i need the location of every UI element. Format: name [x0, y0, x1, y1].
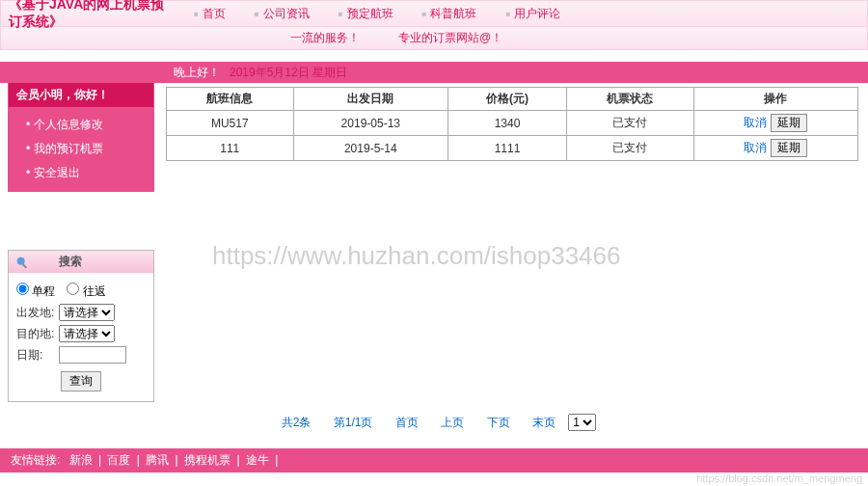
- cell-status: 已支付: [566, 111, 693, 136]
- cancel-link[interactable]: 取消: [744, 141, 767, 154]
- th-price: 价格(元): [448, 88, 567, 111]
- date-label: 日期:: [16, 347, 55, 364]
- pager-next[interactable]: 下页: [487, 416, 510, 429]
- th-status: 机票状态: [566, 88, 693, 111]
- nav-news[interactable]: 公司资讯: [255, 6, 310, 22]
- slogan-1: 一流的服务！: [290, 30, 360, 46]
- link-tuniu[interactable]: 途牛: [243, 453, 272, 467]
- sidebar-item-orders[interactable]: 我的预订机票: [26, 137, 153, 161]
- th-ops: 操作: [693, 88, 857, 111]
- main-nav: 首页 公司资讯 预定航班 科普航班 用户评论: [175, 6, 560, 22]
- link-tencent[interactable]: 腾讯: [143, 453, 172, 467]
- tree-icon: [8, 482, 66, 486]
- source-watermark: https://blog.csdn.net/m_mengmeng: [696, 472, 862, 484]
- orders-table: 航班信息 出发日期 价格(元) 机票状态 操作 MU5172019-05-131…: [166, 87, 858, 161]
- search-title: 搜索: [59, 254, 82, 270]
- pager-page: 第1/1页: [334, 416, 373, 429]
- cancel-link[interactable]: 取消: [744, 116, 767, 129]
- svg-point-0: [17, 256, 25, 264]
- pager: 共2条 第1/1页 首页 上页 下页 末页 1: [0, 402, 868, 443]
- member-title: 会员小明，你好！: [9, 83, 153, 107]
- search-button[interactable]: 查询: [61, 371, 101, 392]
- friend-links: 友情链接: 新浪 | 百度 | 腾讯 | 携程机票 | 途牛 |: [0, 448, 868, 472]
- cell-price: 1111: [448, 136, 567, 161]
- link-sina[interactable]: 新浪: [67, 453, 95, 467]
- top-nav-bar: 《基于JAVA的网上机票预订系统》 首页 公司资讯 预定航班 科普航班 用户评论: [0, 0, 868, 27]
- th-date: 出发日期: [293, 88, 448, 111]
- pager-prev[interactable]: 上页: [441, 416, 464, 429]
- trip-round[interactable]: 往返: [67, 283, 105, 300]
- trip-oneway[interactable]: 单程: [16, 283, 55, 300]
- sidebar-item-profile[interactable]: 个人信息修改: [26, 113, 153, 137]
- cell-date: 2019-5-14: [293, 136, 448, 161]
- nav-science[interactable]: 科普航班: [422, 6, 477, 22]
- search-panel: 搜索 单程 往返 出发地: 请选择 目的地: 请选择 日期:: [8, 250, 154, 402]
- sidebar-item-logout[interactable]: 安全退出: [26, 161, 153, 185]
- postpone-button[interactable]: 延期: [771, 139, 807, 157]
- postpone-button[interactable]: 延期: [771, 114, 807, 132]
- pager-first[interactable]: 首页: [395, 416, 419, 429]
- to-select[interactable]: 请选择: [59, 325, 115, 342]
- member-panel: 会员小明，你好！ 个人信息修改 我的预订机票 安全退出: [8, 82, 154, 192]
- cell-ops: 取消延期: [693, 136, 857, 161]
- table-row: MU5172019-05-131340已支付取消延期: [167, 111, 858, 136]
- svg-rect-1: [22, 263, 27, 268]
- nav-comments[interactable]: 用户评论: [505, 6, 560, 22]
- nav-book[interactable]: 预定航班: [339, 6, 393, 22]
- link-ctrip[interactable]: 携程机票: [181, 453, 233, 467]
- cell-status: 已支付: [566, 136, 693, 161]
- pager-last[interactable]: 末页: [532, 416, 556, 429]
- site-logo: 《基于JAVA的网上机票预订系统》: [1, 0, 175, 31]
- slogan-2: 专业的订票网站@！: [398, 30, 502, 46]
- from-select[interactable]: 请选择: [59, 304, 115, 321]
- to-label: 目的地:: [16, 326, 55, 342]
- th-flight: 航班信息: [167, 88, 294, 111]
- greeting-text: 晚上好！: [174, 65, 220, 81]
- pager-select[interactable]: 1: [568, 414, 596, 431]
- from-label: 出发地:: [16, 305, 55, 321]
- greeting-date: 2019年5月12日 星期日: [230, 65, 347, 81]
- search-icon: [14, 255, 30, 270]
- pager-total: 共2条: [282, 416, 312, 429]
- links-label: 友情链接:: [8, 453, 63, 467]
- cell-price: 1340: [448, 111, 567, 136]
- cell-date: 2019-05-13: [293, 111, 448, 136]
- link-baidu[interactable]: 百度: [104, 453, 133, 467]
- cell-ops: 取消延期: [693, 111, 857, 136]
- table-row: 1112019-5-141111已支付取消延期: [167, 136, 858, 161]
- greeting-bar: 晚上好！ 2019年5月12日 星期日: [0, 62, 868, 83]
- cell-flight: 111: [167, 136, 294, 161]
- cell-flight: MU517: [167, 111, 294, 136]
- date-input[interactable]: [59, 346, 126, 364]
- nav-home[interactable]: 首页: [194, 6, 226, 22]
